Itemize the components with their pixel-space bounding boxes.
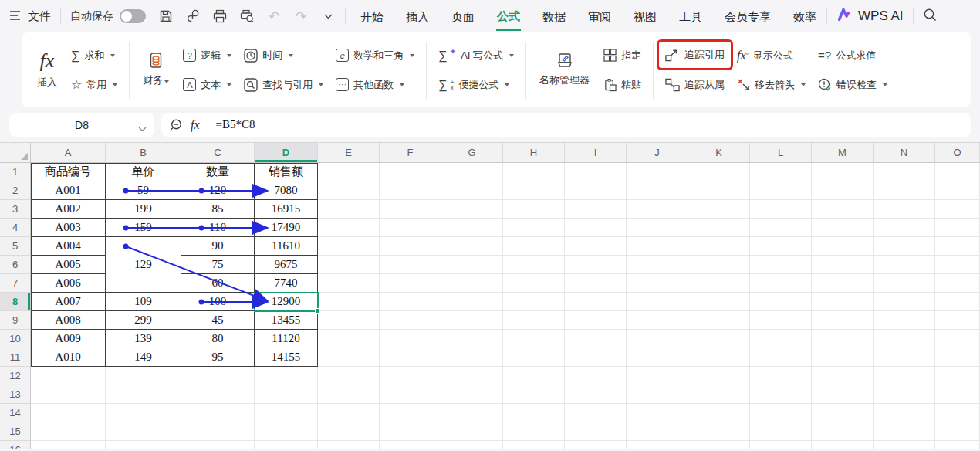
grid-cell-L11[interactable] — [750, 348, 812, 367]
grid-cell-N10[interactable] — [874, 330, 935, 348]
column-header-H[interactable]: H — [503, 143, 565, 163]
column-header-L[interactable]: L — [750, 143, 812, 163]
grid-cell-H10[interactable] — [503, 330, 565, 348]
paste-names-button[interactable]: 粘贴 — [597, 72, 647, 98]
grid-cell-B15[interactable] — [106, 422, 181, 441]
error-check-button[interactable]: 错误检查 — [812, 72, 894, 98]
name-box-chevron-icon[interactable] — [138, 122, 147, 134]
grid-cell-H1[interactable] — [503, 163, 565, 181]
grid-cell-H15[interactable] — [503, 422, 565, 441]
grid-cell-G15[interactable] — [441, 422, 503, 441]
grid-cell-L2[interactable] — [750, 181, 812, 200]
print-preview-icon[interactable] — [239, 8, 255, 24]
lookup-reference-button[interactable]: 查找与引用 — [238, 72, 329, 98]
grid-cell-I2[interactable] — [565, 181, 627, 200]
grid-cell-H13[interactable] — [503, 385, 565, 404]
redo-icon[interactable]: ↷ — [293, 8, 309, 24]
grid-cell-G4[interactable] — [441, 219, 503, 237]
grid-cell-F16[interactable] — [380, 441, 441, 449]
grid-cell-I6[interactable] — [565, 256, 627, 274]
grid-cell-G2[interactable] — [441, 181, 503, 200]
grid-cell-I10[interactable] — [565, 330, 627, 348]
grid-cell-F13[interactable] — [380, 385, 441, 404]
grid-cell-G13[interactable] — [441, 385, 503, 404]
grid-cell-N5[interactable] — [874, 237, 935, 256]
grid-cell-J9[interactable] — [627, 311, 688, 330]
row-header-3[interactable]: 3 — [0, 200, 31, 219]
grid-cell-L14[interactable] — [750, 404, 812, 422]
grid-cell-N12[interactable] — [874, 367, 935, 385]
grid-cell-E3[interactable] — [318, 200, 380, 219]
grid-cell-F3[interactable] — [380, 200, 441, 219]
grid-cell-I14[interactable] — [565, 404, 627, 422]
export-pdf-icon[interactable] — [185, 8, 201, 24]
grid-cell-E16[interactable] — [318, 441, 380, 449]
grid-cell-O14[interactable] — [935, 404, 980, 422]
grid-cell-I5[interactable] — [565, 237, 627, 256]
row-header-1[interactable]: 1 — [0, 163, 31, 181]
grid-cell-C15[interactable] — [181, 422, 255, 441]
column-header-F[interactable]: F — [380, 143, 441, 163]
cell-B10[interactable]: 139 — [106, 330, 181, 348]
row-header-14[interactable]: 14 — [0, 404, 31, 422]
zoom-formula-icon[interactable] — [169, 118, 183, 132]
grid-cell-N3[interactable] — [874, 200, 935, 219]
show-formulas-button[interactable]: fx° 显示公式 — [731, 42, 812, 69]
grid-cell-J14[interactable] — [627, 404, 688, 422]
grid-cell-L5[interactable] — [750, 237, 812, 256]
hamburger-menu-icon[interactable] — [9, 10, 22, 23]
grid-cell-I8[interactable] — [565, 293, 627, 311]
row-header-12[interactable]: 12 — [0, 367, 31, 385]
grid-cell-J3[interactable] — [627, 200, 688, 219]
grid-cell-A13[interactable] — [31, 385, 106, 404]
grid-cell-D12[interactable] — [255, 367, 318, 385]
grid-cell-J16[interactable] — [627, 441, 688, 449]
cell-C5[interactable]: 90 — [181, 237, 255, 256]
grid-cell-F1[interactable] — [380, 163, 441, 181]
column-header-J[interactable]: J — [627, 143, 688, 163]
row-header-9[interactable]: 9 — [0, 311, 31, 330]
grid-cell-H4[interactable] — [503, 219, 565, 237]
grid-cell-J13[interactable] — [627, 385, 688, 404]
grid-cell-L10[interactable] — [750, 330, 812, 348]
grid-cell-M12[interactable] — [812, 367, 874, 385]
cell-D1[interactable]: 销售额 — [255, 163, 318, 181]
cell-C9[interactable]: 45 — [181, 311, 255, 330]
grid-cell-E12[interactable] — [318, 367, 380, 385]
grid-cell-M3[interactable] — [812, 200, 874, 219]
grid-cell-H11[interactable] — [503, 348, 565, 367]
grid-cell-F7[interactable] — [380, 274, 441, 293]
grid-cell-E14[interactable] — [318, 404, 380, 422]
grid-cell-E1[interactable] — [318, 163, 380, 181]
grid-cell-H12[interactable] — [503, 367, 565, 385]
grid-cell-J2[interactable] — [627, 181, 688, 200]
grid-cell-J8[interactable] — [627, 293, 688, 311]
grid-cell-A12[interactable] — [31, 367, 106, 385]
grid-cell-I15[interactable] — [565, 422, 627, 441]
grid-cell-H9[interactable] — [503, 311, 565, 330]
grid-cell-D15[interactable] — [255, 422, 318, 441]
search-icon[interactable] — [923, 8, 938, 25]
cell-B4[interactable]: 159 — [106, 219, 181, 237]
cell-C6[interactable]: 75 — [181, 256, 255, 274]
grid-cell-G8[interactable] — [441, 293, 503, 311]
grid-cell-K13[interactable] — [688, 385, 750, 404]
grid-cell-J15[interactable] — [627, 422, 688, 441]
tab-efficiency[interactable]: 效率 — [792, 3, 817, 29]
cell-C7[interactable]: 60 — [181, 274, 255, 293]
cell-A10[interactable]: A009 — [31, 330, 106, 348]
tab-member[interactable]: 会员专享 — [724, 3, 772, 29]
grid-cell-E9[interactable] — [318, 311, 380, 330]
print-icon[interactable] — [212, 8, 228, 24]
grid-cell-H6[interactable] — [503, 256, 565, 274]
undo-icon[interactable]: ↶ — [266, 8, 282, 24]
grid-cell-M16[interactable] — [812, 441, 874, 449]
cell-A11[interactable]: A010 — [31, 348, 106, 367]
grid-cell-H14[interactable] — [503, 404, 565, 422]
tab-formulas[interactable]: 公式 — [496, 2, 521, 31]
grid-cell-K2[interactable] — [688, 181, 750, 200]
grid-cell-K15[interactable] — [688, 422, 750, 441]
cell-B8[interactable]: 109 — [106, 293, 181, 311]
column-header-M[interactable]: M — [812, 143, 874, 163]
grid-cell-B13[interactable] — [106, 385, 181, 404]
